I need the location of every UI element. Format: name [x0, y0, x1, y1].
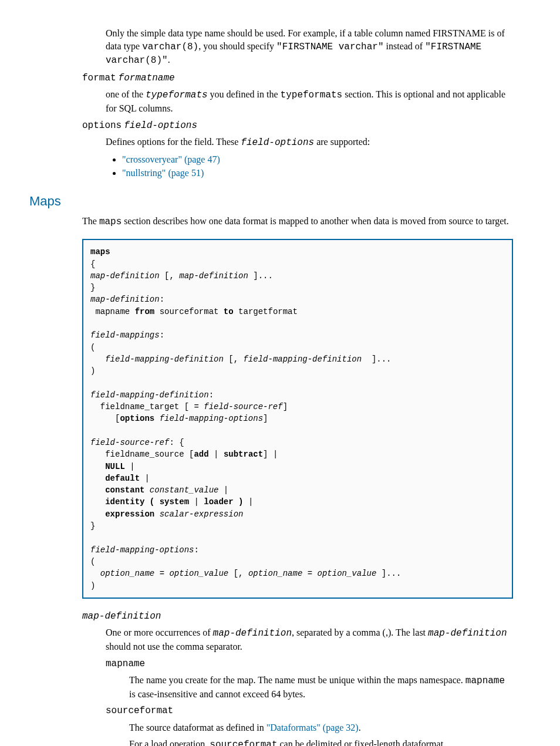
- format-term: format formatname: [82, 71, 513, 85]
- arg: field-options: [124, 120, 197, 131]
- text: one of the: [106, 89, 146, 99]
- keyword: options: [82, 120, 122, 131]
- code: varchar(8): [142, 42, 198, 52]
- text: is case-insensitive and cannot exceed 64…: [129, 689, 305, 699]
- text: The: [82, 216, 99, 226]
- code: map-definition: [213, 628, 292, 639]
- text: are supported:: [314, 137, 370, 147]
- code: sourceformat: [210, 740, 277, 746]
- text: instead of: [384, 41, 426, 51]
- code: "FIRSTNAME varchar": [276, 42, 383, 52]
- text: .: [168, 55, 170, 65]
- mapname-desc: The name you create for the map. The nam…: [129, 674, 513, 700]
- code: map-definition: [428, 628, 507, 639]
- text: .: [359, 723, 361, 733]
- arg: formatname: [119, 73, 175, 83]
- map-definition-term: map-definition: [82, 609, 513, 623]
- code: maps: [99, 217, 122, 227]
- map-definition-desc: One or more occurrences of map-definitio…: [106, 626, 513, 653]
- text: can be delimited or fixed-length datafor…: [278, 739, 446, 746]
- maps-syntax-box: maps { map-definition [, map-definition …: [82, 239, 513, 599]
- sourceformat-desc: The source dataformat as defined in "Dat…: [129, 721, 513, 746]
- text: Defines options for the field. These: [106, 137, 241, 147]
- mapname-term: mapname: [106, 657, 513, 671]
- code: field-options: [241, 137, 314, 148]
- text: you defined in the: [208, 89, 281, 99]
- term: sourceformat: [106, 706, 173, 716]
- list-item: "crossoveryear" (page 47): [122, 153, 513, 166]
- list-item: "nullstring" (page 51): [122, 167, 513, 180]
- dataformats-link[interactable]: "Dataformats" (page 32): [266, 723, 359, 733]
- code: mapname: [465, 676, 505, 686]
- sourceformat-term: sourceformat: [106, 704, 513, 718]
- text: For a load operation,: [129, 739, 210, 746]
- text: should not use the comma separator.: [106, 642, 242, 652]
- options-definition: Defines options for the field. These fie…: [106, 136, 513, 180]
- term: mapname: [106, 659, 145, 669]
- text: One or more occurrences of: [106, 627, 213, 637]
- text: The name you create for the map. The nam…: [129, 675, 465, 685]
- text: , separated by a comma (,). The last: [292, 627, 428, 637]
- text: The source dataformat as defined in: [129, 723, 266, 733]
- crossoveryear-link[interactable]: "crossoveryear" (page 47): [122, 154, 220, 164]
- term: map-definition: [82, 611, 161, 622]
- datatype-note: Only the simple data type name should be…: [106, 27, 513, 67]
- text: section describes how one data format is…: [122, 216, 509, 226]
- code: typeformats: [281, 90, 343, 100]
- maps-heading: Maps: [29, 193, 513, 210]
- keyword: format: [82, 73, 116, 83]
- options-term: options field-options: [82, 119, 513, 133]
- format-definition: one of the typeformats you defined in th…: [106, 88, 513, 114]
- text: , you should specify: [198, 41, 276, 51]
- nullstring-link[interactable]: "nullstring" (page 51): [122, 168, 204, 178]
- maps-intro: The maps section describes how one data …: [82, 215, 513, 229]
- code: typeformats: [146, 90, 208, 100]
